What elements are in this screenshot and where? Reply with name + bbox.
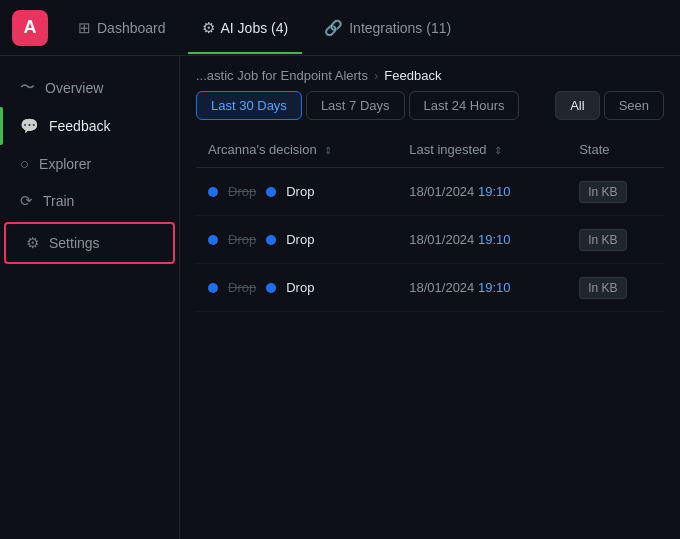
sidebar-item-overview-label: Overview (45, 80, 103, 96)
nav-integrations-label: Integrations (11) (349, 20, 451, 36)
decision-new-2: Drop (286, 280, 314, 295)
integrations-icon: 🔗 (324, 19, 343, 37)
breadcrumb-parent: ...astic Job for Endpoint Alerts (196, 68, 368, 83)
cell-decision-2: Drop Drop (196, 264, 397, 312)
cell-timestamp-0: 18/01/2024 19:10 (397, 168, 567, 216)
timestamp-date-1: 18/01/2024 19:10 (409, 232, 510, 247)
main-layout: 〜 Overview 💬 Feedback ○ Explorer ⟳ Train… (0, 56, 680, 539)
table-header-row: Arcanna's decision ⇕ Last ingested ⇕ Sta… (196, 132, 664, 168)
decision-new-0: Drop (286, 184, 314, 199)
cell-timestamp-2: 18/01/2024 19:10 (397, 264, 567, 312)
timestamp-time-1: 19:10 (478, 232, 511, 247)
filter-tab-last-24[interactable]: Last 24 Hours (409, 91, 520, 120)
nav-dashboard[interactable]: ⊞ Dashboard (64, 11, 180, 45)
sidebar-item-feedback[interactable]: 💬 Feedback (0, 107, 179, 145)
timestamp-time-2: 19:10 (478, 280, 511, 295)
ai-jobs-icon: ⚙ (202, 19, 215, 37)
sidebar-item-settings[interactable]: ⚙ Settings (4, 222, 175, 264)
nav-ai-jobs-label: AI Jobs (4) (221, 20, 289, 36)
breadcrumb-separator: › (374, 68, 378, 83)
explorer-icon: ○ (20, 155, 29, 172)
dot-new-0 (266, 187, 276, 197)
cell-state-0: In KB (567, 168, 664, 216)
decision-old-2: Drop (228, 280, 256, 295)
settings-icon: ⚙ (26, 234, 39, 252)
sidebar-item-settings-label: Settings (49, 235, 100, 251)
overview-icon: 〜 (20, 78, 35, 97)
timestamp-date-0: 18/01/2024 19:10 (409, 184, 510, 199)
dot-old-2 (208, 283, 218, 293)
sidebar-item-explorer[interactable]: ○ Explorer (0, 145, 179, 182)
dot-old-0 (208, 187, 218, 197)
cell-state-2: In KB (567, 264, 664, 312)
dot-new-1 (266, 235, 276, 245)
col-decision-label: Arcanna's decision (208, 142, 317, 157)
col-state: State (567, 132, 664, 168)
view-btn-all[interactable]: All (555, 91, 599, 120)
feedback-table: Arcanna's decision ⇕ Last ingested ⇕ Sta… (196, 132, 664, 312)
breadcrumb: ...astic Job for Endpoint Alerts › Feedb… (180, 56, 680, 91)
sidebar-item-train-label: Train (43, 193, 74, 209)
filter-tab-last-7[interactable]: Last 7 Days (306, 91, 405, 120)
cell-decision-1: Drop Drop (196, 216, 397, 264)
state-badge-1: In KB (579, 229, 626, 251)
sort-ingested-icon: ⇕ (494, 145, 502, 156)
dashboard-icon: ⊞ (78, 19, 91, 37)
sidebar-item-explorer-label: Explorer (39, 156, 91, 172)
decision-new-1: Drop (286, 232, 314, 247)
nav-integrations[interactable]: 🔗 Integrations (11) (310, 11, 465, 45)
sidebar: 〜 Overview 💬 Feedback ○ Explorer ⟳ Train… (0, 56, 180, 539)
table-row[interactable]: Drop Drop 18/01/2024 19:10 In KB (196, 216, 664, 264)
sidebar-item-overview[interactable]: 〜 Overview (0, 68, 179, 107)
dot-old-1 (208, 235, 218, 245)
dot-new-2 (266, 283, 276, 293)
col-last-ingested-label: Last ingested (409, 142, 486, 157)
feedback-icon: 💬 (20, 117, 39, 135)
sort-decision-icon: ⇕ (324, 145, 332, 156)
nav-dashboard-label: Dashboard (97, 20, 166, 36)
decision-old-0: Drop (228, 184, 256, 199)
sidebar-item-feedback-label: Feedback (49, 118, 110, 134)
breadcrumb-current: Feedback (384, 68, 441, 83)
cell-state-1: In KB (567, 216, 664, 264)
filter-tabs-bar: Last 30 Days Last 7 Days Last 24 Hours A… (180, 91, 680, 132)
timestamp-time-0: 19:10 (478, 184, 511, 199)
app-logo: A (12, 10, 48, 46)
cell-timestamp-1: 18/01/2024 19:10 (397, 216, 567, 264)
col-state-label: State (579, 142, 609, 157)
train-icon: ⟳ (20, 192, 33, 210)
decision-old-1: Drop (228, 232, 256, 247)
state-badge-0: In KB (579, 181, 626, 203)
filter-tab-last-30[interactable]: Last 30 Days (196, 91, 302, 120)
main-content: ...astic Job for Endpoint Alerts › Feedb… (180, 56, 680, 539)
view-btn-seen[interactable]: Seen (604, 91, 664, 120)
top-navigation: A ⊞ Dashboard ⚙ AI Jobs (4) 🔗 Integratio… (0, 0, 680, 56)
table-row[interactable]: Drop Drop 18/01/2024 19:10 In KB (196, 264, 664, 312)
nav-ai-jobs[interactable]: ⚙ AI Jobs (4) (188, 11, 303, 45)
sidebar-item-train[interactable]: ⟳ Train (0, 182, 179, 220)
data-table-container: Arcanna's decision ⇕ Last ingested ⇕ Sta… (180, 132, 680, 539)
timestamp-date-2: 18/01/2024 19:10 (409, 280, 510, 295)
table-row[interactable]: Drop Drop 18/01/2024 19:10 In KB (196, 168, 664, 216)
col-decision[interactable]: Arcanna's decision ⇕ (196, 132, 397, 168)
cell-decision-0: Drop Drop (196, 168, 397, 216)
state-badge-2: In KB (579, 277, 626, 299)
col-last-ingested[interactable]: Last ingested ⇕ (397, 132, 567, 168)
